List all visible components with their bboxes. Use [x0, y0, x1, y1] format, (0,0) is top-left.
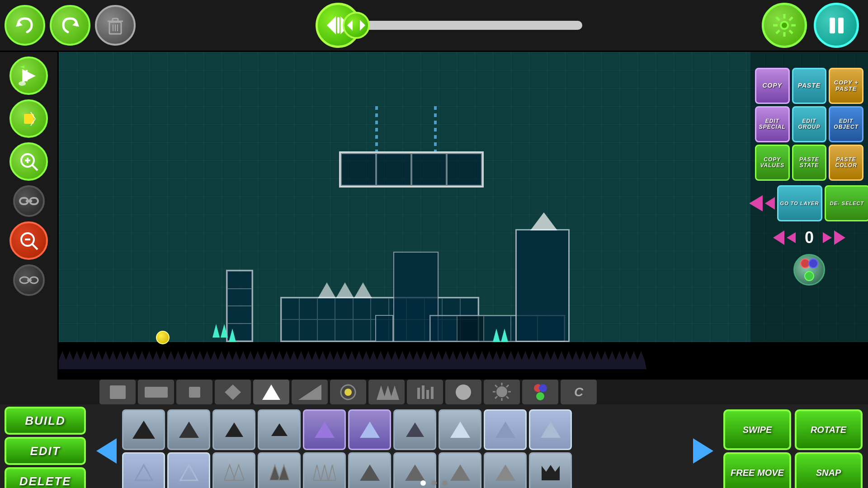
brush-button[interactable]	[13, 264, 45, 296]
obj-tri-6[interactable]	[348, 409, 391, 450]
pause-button[interactable]	[814, 3, 859, 48]
chain-right	[434, 106, 437, 151]
panel-row-1: COPY PASTE COPY + PASTE	[755, 68, 863, 104]
next-arrow-button[interactable]	[689, 410, 717, 488]
go-to-layer-button[interactable]: GO TO LAYER	[777, 185, 822, 221]
tab-c[interactable]: C	[561, 380, 597, 404]
paste-state-button[interactable]: PASTE STATE	[792, 145, 827, 181]
paste-color-button[interactable]: PASTE COLOR	[829, 145, 863, 181]
panel-row-3: COPY VALUES PASTE STATE PASTE COLOR	[755, 145, 863, 181]
svg-line-65	[506, 396, 509, 399]
tab-circle-icon	[338, 383, 359, 401]
tab-small[interactable]	[176, 380, 212, 404]
swipe-button[interactable]: SWIPE	[723, 409, 791, 450]
obj-double-tri-2[interactable]	[258, 452, 301, 488]
tab-slope[interactable]	[292, 380, 328, 404]
page-dot-3[interactable]	[442, 480, 448, 486]
rotate-button[interactable]: ROTATE	[795, 409, 863, 450]
obj-tri-filled[interactable]	[348, 452, 391, 488]
svg-line-21	[789, 17, 793, 20]
layer-left2-button[interactable]	[787, 232, 796, 243]
edit-object-button[interactable]: EDIT OBJECT	[829, 106, 863, 142]
edit-special-button[interactable]: EDIT SPECIAL	[755, 106, 790, 142]
platform-box	[339, 151, 484, 188]
obj-tri-gray[interactable]	[484, 452, 527, 488]
obj-tri-10[interactable]	[529, 409, 572, 450]
pause-icon	[824, 13, 849, 38]
paste-button[interactable]: PASTE	[792, 68, 827, 104]
tri-ltpurple-icon	[360, 422, 380, 438]
page-dot-1[interactable]	[420, 480, 426, 486]
tab-square[interactable]	[99, 380, 136, 404]
settings-button[interactable]	[762, 3, 807, 48]
copy-button[interactable]: COPY	[755, 68, 790, 104]
tri-outline-icon-2	[179, 464, 199, 482]
obj-tri-outline-2[interactable]	[167, 452, 210, 488]
spike-2	[336, 282, 354, 298]
svg-rect-55	[422, 385, 425, 399]
obj-tri-crown[interactable]	[529, 452, 572, 488]
obj-tri-8[interactable]	[439, 409, 481, 450]
layer-left-button[interactable]	[773, 230, 784, 245]
tab-diamond[interactable]	[215, 380, 251, 404]
page-dot-2[interactable]	[431, 480, 437, 486]
obj-tri-1[interactable]	[122, 409, 165, 450]
obj-tri-3[interactable]	[212, 409, 255, 450]
obj-tri-9[interactable]	[484, 409, 527, 450]
stop-icon	[18, 108, 40, 130]
tab-triangle-icon	[261, 383, 282, 401]
brush-icon	[19, 273, 39, 287]
edit-button[interactable]: EDIT	[5, 437, 86, 465]
tab-burst-icon	[491, 382, 513, 402]
speed-slider[interactable]	[356, 21, 582, 30]
layer-right2-button[interactable]	[823, 232, 832, 243]
obj-tri-5[interactable]	[303, 409, 346, 450]
copy-paste-button[interactable]: COPY + PASTE	[829, 68, 863, 104]
obj-row-2	[122, 452, 687, 488]
trash-button[interactable]	[95, 5, 136, 46]
tab-burst[interactable]	[484, 380, 520, 404]
roof-spike	[530, 212, 557, 230]
zoom-in-button[interactable]	[9, 142, 48, 181]
zoom-out-button[interactable]	[9, 221, 48, 260]
obj-tri-outline-1[interactable]	[122, 452, 165, 488]
svg-marker-73	[278, 465, 289, 480]
tab-bar-icon[interactable]	[407, 380, 443, 404]
right-action-buttons: SWIPE ROTATE FREE MOVE SNAP	[723, 409, 863, 488]
obj-tri-2[interactable]	[167, 409, 210, 450]
obj-tri-7[interactable]	[393, 409, 436, 450]
link-button[interactable]	[13, 185, 45, 217]
top-toolbar	[0, 0, 868, 52]
layer-prev-button[interactable]	[749, 195, 763, 211]
color-circles-button[interactable]	[793, 254, 825, 286]
tab-circle2[interactable]	[445, 380, 481, 404]
snap-button[interactable]: SNAP	[795, 452, 863, 488]
obj-double-tri[interactable]	[212, 452, 255, 488]
tab-triangle-active[interactable]	[253, 380, 289, 404]
redo-button[interactable]	[50, 5, 90, 46]
svg-point-14	[782, 23, 787, 28]
copy-values-button[interactable]: COPY VALUES	[755, 145, 790, 181]
layer-right-button[interactable]	[834, 230, 845, 245]
free-move-button[interactable]: FREE MOVE	[723, 452, 791, 488]
tab-spikes[interactable]	[368, 380, 405, 404]
tab-wide[interactable]	[138, 380, 174, 404]
stop-button[interactable]	[9, 99, 48, 138]
canvas-area[interactable]: COPY PASTE COPY + PASTE EDIT SPECIAL EDI…	[59, 52, 868, 380]
tab-circle[interactable]	[330, 380, 366, 404]
page-dots	[420, 480, 448, 486]
delete-button[interactable]: DELETE	[5, 467, 86, 488]
layer-prev2-button[interactable]	[765, 197, 775, 210]
build-button[interactable]: BUILD	[5, 407, 86, 435]
music-button[interactable]	[9, 56, 48, 95]
prev-arrow-button[interactable]	[93, 410, 120, 488]
undo-button[interactable]	[5, 5, 45, 46]
tri-purple-icon	[315, 422, 335, 438]
cyan-spikes-right	[493, 328, 508, 342]
tab-colors[interactable]	[522, 380, 558, 404]
svg-point-26	[19, 81, 26, 86]
obj-tri-4[interactable]	[258, 409, 301, 450]
deselect-button[interactable]: DE- SELECT	[825, 185, 868, 221]
edit-group-button[interactable]: EDIT GROUP	[792, 106, 827, 142]
obj-triple-tri[interactable]	[303, 452, 346, 488]
